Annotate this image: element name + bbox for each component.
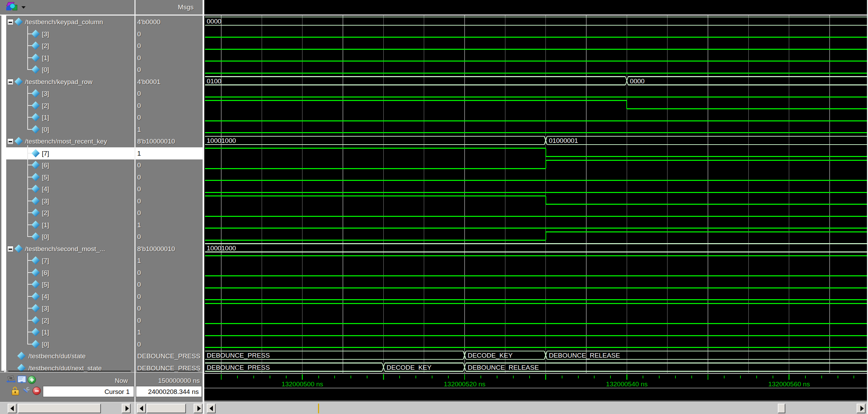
lock-cursor-icon[interactable] (11, 387, 19, 395)
tree-line (27, 320, 28, 326)
signal-row[interactable]: [4]0 (0, 183, 204, 195)
delete-cursor-icon[interactable] (32, 387, 41, 395)
signal-row[interactable]: [3]0 (0, 28, 204, 40)
values-wave-separator[interactable] (203, 0, 204, 414)
signal-name: [1] (42, 221, 49, 229)
signal-row[interactable]: [0]0 (0, 231, 204, 243)
signal-diamond-icon (31, 185, 40, 193)
signal-diamond-icon (31, 65, 40, 74)
tree-line (27, 344, 32, 344)
signal-diamond-icon (15, 245, 23, 253)
signal-row[interactable]: [5]0 (0, 278, 204, 291)
waveform-canvas[interactable]: 000001000000100010000100000110001000DEBO… (204, 0, 867, 401)
cursor-value-cell[interactable]: 24000208.344 ns (136, 386, 202, 397)
tree-line (27, 64, 28, 70)
values-scroll-left-button[interactable] (137, 404, 146, 413)
collapse-minus-icon (9, 141, 12, 142)
signal-row[interactable]: [2]0 (0, 207, 204, 219)
values-scroll-thumb[interactable] (147, 404, 186, 413)
signal-row[interactable]: [1]1 (0, 326, 204, 338)
wave-label: DEBOUNCE_PRESS (207, 364, 270, 371)
signal-row[interactable]: /testbench/keypad_row4'b0001 (0, 76, 204, 88)
signal-row[interactable]: [6]0 (0, 159, 204, 171)
edit-cursor-icon[interactable] (22, 387, 30, 395)
signal-row[interactable]: [1]0 (0, 52, 204, 64)
wave-label: 10001000 (207, 245, 236, 252)
wave-label: 0000 (630, 77, 644, 85)
signal-row[interactable]: /testbench/second_most_...8'b10000010 (0, 243, 204, 255)
signal-row[interactable]: [0]1 (0, 123, 204, 136)
signal-row[interactable]: /testbench/most_recent_key8'b10000010 (0, 135, 204, 147)
cursor-properties-icon[interactable] (17, 376, 26, 384)
bottom-scrollband (0, 402, 868, 414)
signal-name: [2] (42, 42, 49, 49)
signal-row[interactable]: [1]0 (0, 111, 204, 123)
signal-value: 8'b10000010 (137, 138, 175, 145)
signal-name: [1] (42, 54, 49, 62)
signal-value: DEBOUNCE_PRESS (137, 352, 200, 360)
wave-scroll-left-button[interactable] (207, 404, 216, 413)
signal-row[interactable]: [2]0 (0, 314, 204, 326)
tree-line (27, 171, 28, 177)
signal-name: [1] (42, 329, 49, 336)
wave-scroll-right-button[interactable] (857, 404, 866, 413)
signal-value: 0 (137, 269, 141, 276)
signal-row[interactable]: [0]0 (0, 64, 204, 76)
wave-scroll-thumb[interactable] (778, 404, 785, 413)
signal-row[interactable]: [0]0 (0, 338, 204, 350)
signal-row[interactable]: [2]0 (0, 40, 204, 52)
cursor-value: 24000208.344 ns (148, 388, 199, 395)
signal-diamond-icon (31, 161, 40, 169)
wave-label: 132000500 ns (281, 380, 323, 388)
wave-label: 10001000 (207, 137, 236, 144)
names-scroll-right-button[interactable] (122, 404, 131, 413)
signal-row[interactable]: [7]1 (0, 147, 204, 159)
signal-row[interactable]: [7]1 (0, 255, 204, 267)
signal-diamond-icon (31, 197, 40, 205)
signal-name: [7] (42, 257, 49, 264)
signal-row[interactable]: [2]0 (0, 100, 204, 112)
signal-row[interactable]: [1]1 (0, 219, 204, 231)
add-cursor-icon[interactable] (28, 376, 36, 384)
signal-name: [5] (42, 174, 49, 181)
collapse-minus-icon (9, 22, 12, 23)
tree-line (27, 231, 28, 237)
right-arrow-icon (860, 406, 864, 411)
ruler-separator (204, 373, 867, 374)
signal-row[interactable]: [3]0 (0, 302, 204, 314)
cursor-position-marker (318, 404, 319, 413)
signal-name: [0] (42, 233, 49, 240)
signal-row[interactable]: /testbench/keypad_column4'b0000 (0, 16, 204, 28)
wave-window: Msgs /testbench/keypad_column4'b0000[3]0… (0, 0, 868, 414)
signal-row[interactable]: [3]0 (0, 195, 204, 207)
signal-value: 0 (137, 162, 141, 169)
tree-line (27, 195, 28, 201)
signal-name: [1] (42, 114, 49, 121)
signal-name: [7] (42, 150, 49, 157)
find-between-cursors-icon[interactable] (7, 376, 15, 384)
tree-line (27, 165, 28, 171)
signal-value: 0 (137, 341, 141, 348)
signal-value: 0 (137, 317, 141, 324)
tree-line (27, 207, 28, 213)
names-scroll-thumb[interactable] (18, 404, 101, 413)
signal-name: [6] (42, 162, 49, 169)
signal-diamond-icon (31, 292, 40, 301)
names-values-separator[interactable] (134, 0, 136, 414)
tree-line (27, 147, 28, 153)
values-scroll-right-button[interactable] (194, 404, 203, 413)
tree-line (27, 267, 28, 273)
wave-label: DEBOUNCE_PRESS (207, 352, 270, 359)
signal-row[interactable]: [6]0 (0, 267, 204, 279)
signal-row[interactable]: [3]0 (0, 88, 204, 100)
tree-line (27, 291, 28, 296)
cursor-name-cell[interactable]: Cursor 1 (43, 386, 134, 397)
signal-row[interactable]: [5]0 (0, 171, 204, 183)
signal-name: [4] (42, 293, 49, 300)
tree-line (27, 255, 28, 260)
signal-row[interactable]: /testbench/dut/stateDEBOUNCE_PRESS (0, 350, 204, 362)
signal-row[interactable]: [4]0 (0, 291, 204, 303)
names-scroll-left-button[interactable] (8, 404, 17, 413)
signal-diamond-icon (31, 304, 40, 312)
tree-line (27, 58, 28, 64)
